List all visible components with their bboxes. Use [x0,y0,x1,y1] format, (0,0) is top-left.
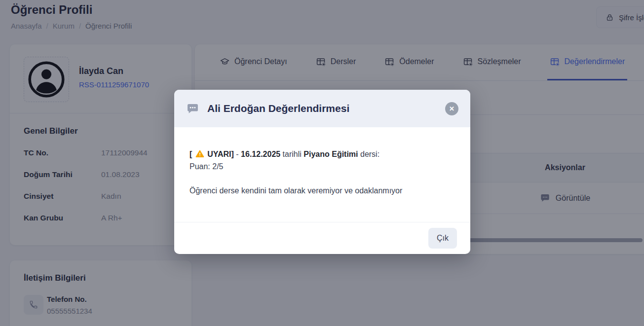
modal-footer: Çık [174,222,470,254]
modal-title: Ali Erdoğan Değerlendirmesi [207,103,349,114]
warning-triangle-icon [194,150,205,158]
modal-body: [ UYARI] - 16.12.2025 tarihli Piyano Eği… [174,127,470,197]
chat-bubble-icon [186,102,199,115]
evaluation-comment: Öğrenci derse kendini tam olarak veremiy… [189,184,455,197]
evaluation-modal: Ali Erdoğan Değerlendirmesi ✕ [ UYARI] -… [174,90,470,254]
student-profile-page: Öğrenci Profili Anasayfa / Kurum / Öğren… [0,0,644,326]
close-icon[interactable]: ✕ [445,102,458,115]
modal-header: Ali Erdoğan Değerlendirmesi ✕ [174,90,470,127]
evaluation-warning-line: [ UYARI] - 16.12.2025 tarihli Piyano Eği… [189,148,455,160]
exit-button[interactable]: Çık [428,228,457,249]
evaluation-score: Puan: 2/5 [189,160,455,173]
